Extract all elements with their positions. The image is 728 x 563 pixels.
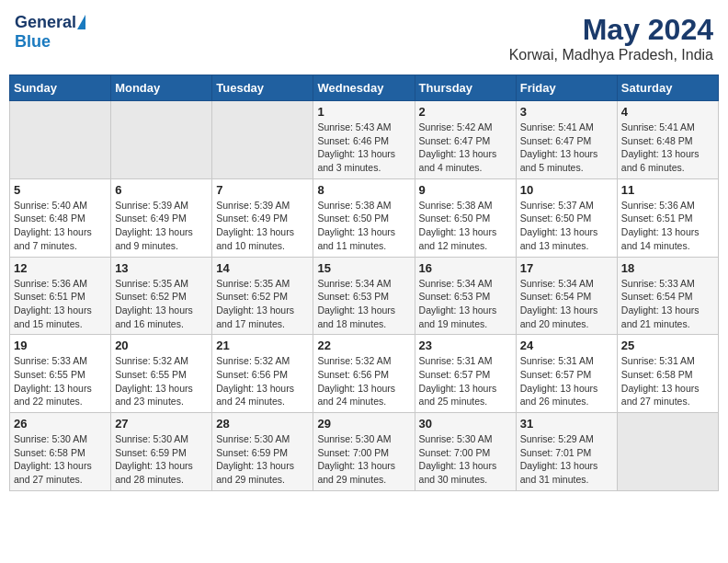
calendar-cell: 6Sunrise: 5:39 AM Sunset: 6:49 PM Daylig… bbox=[111, 178, 212, 257]
day-number: 23 bbox=[419, 339, 512, 352]
calendar-cell bbox=[111, 101, 212, 179]
week-row-4: 19Sunrise: 5:33 AM Sunset: 6:55 PM Dayli… bbox=[10, 335, 719, 413]
calendar-cell: 4Sunrise: 5:41 AM Sunset: 6:48 PM Daylig… bbox=[617, 101, 718, 179]
day-number: 15 bbox=[317, 261, 410, 275]
day-info: Sunrise: 5:30 AM Sunset: 6:58 PM Dayligh… bbox=[14, 432, 107, 487]
day-number: 28 bbox=[216, 417, 309, 431]
day-number: 8 bbox=[317, 183, 410, 197]
calendar-cell: 24Sunrise: 5:31 AM Sunset: 6:57 PM Dayli… bbox=[516, 335, 617, 413]
calendar-cell: 11Sunrise: 5:36 AM Sunset: 6:51 PM Dayli… bbox=[617, 178, 718, 257]
day-info: Sunrise: 5:33 AM Sunset: 6:54 PM Dayligh… bbox=[621, 277, 714, 331]
calendar-cell: 10Sunrise: 5:37 AM Sunset: 6:50 PM Dayli… bbox=[516, 178, 617, 257]
week-row-1: 1Sunrise: 5:43 AM Sunset: 6:46 PM Daylig… bbox=[10, 101, 719, 179]
day-number: 16 bbox=[419, 261, 512, 275]
day-number: 30 bbox=[419, 417, 512, 431]
calendar-cell: 27Sunrise: 5:30 AM Sunset: 6:59 PM Dayli… bbox=[111, 413, 212, 491]
day-info: Sunrise: 5:35 AM Sunset: 6:52 PM Dayligh… bbox=[216, 277, 309, 331]
day-number: 5 bbox=[14, 183, 107, 197]
day-number: 1 bbox=[317, 105, 410, 119]
calendar-table: SundayMondayTuesdayWednesdayThursdayFrid… bbox=[9, 75, 719, 491]
day-header-thursday: Thursday bbox=[415, 75, 516, 101]
day-header-saturday: Saturday bbox=[617, 75, 718, 101]
day-info: Sunrise: 5:31 AM Sunset: 6:57 PM Dayligh… bbox=[520, 354, 613, 408]
logo-triangle-icon bbox=[77, 15, 85, 29]
day-number: 29 bbox=[317, 417, 410, 431]
day-info: Sunrise: 5:36 AM Sunset: 6:51 PM Dayligh… bbox=[14, 277, 107, 331]
day-number: 22 bbox=[317, 339, 410, 352]
calendar-cell: 30Sunrise: 5:30 AM Sunset: 7:00 PM Dayli… bbox=[415, 413, 516, 491]
title-area: May 2024 Korwai, Madhya Pradesh, India bbox=[509, 13, 713, 63]
day-info: Sunrise: 5:32 AM Sunset: 6:56 PM Dayligh… bbox=[216, 354, 309, 408]
day-number: 10 bbox=[520, 183, 613, 197]
day-number: 11 bbox=[621, 183, 714, 197]
day-number: 20 bbox=[115, 339, 208, 352]
day-number: 4 bbox=[621, 105, 714, 119]
day-info: Sunrise: 5:39 AM Sunset: 6:49 PM Dayligh… bbox=[115, 199, 208, 253]
day-info: Sunrise: 5:38 AM Sunset: 6:50 PM Dayligh… bbox=[317, 199, 410, 253]
calendar-cell bbox=[617, 413, 718, 491]
day-info: Sunrise: 5:30 AM Sunset: 6:59 PM Dayligh… bbox=[115, 432, 208, 487]
day-number: 24 bbox=[520, 339, 613, 352]
calendar-cell: 23Sunrise: 5:31 AM Sunset: 6:57 PM Dayli… bbox=[415, 335, 516, 413]
calendar-cell: 20Sunrise: 5:32 AM Sunset: 6:55 PM Dayli… bbox=[111, 335, 212, 413]
day-number: 25 bbox=[621, 339, 714, 352]
calendar-cell: 14Sunrise: 5:35 AM Sunset: 6:52 PM Dayli… bbox=[212, 257, 313, 335]
day-number: 3 bbox=[520, 105, 613, 119]
calendar-cell: 1Sunrise: 5:43 AM Sunset: 6:46 PM Daylig… bbox=[313, 101, 415, 179]
day-info: Sunrise: 5:30 AM Sunset: 7:00 PM Dayligh… bbox=[419, 432, 512, 487]
calendar-cell bbox=[10, 101, 111, 179]
calendar-cell: 17Sunrise: 5:34 AM Sunset: 6:54 PM Dayli… bbox=[516, 257, 617, 335]
calendar-cell: 16Sunrise: 5:34 AM Sunset: 6:53 PM Dayli… bbox=[415, 257, 516, 335]
day-info: Sunrise: 5:34 AM Sunset: 6:54 PM Dayligh… bbox=[520, 277, 613, 331]
calendar-cell: 8Sunrise: 5:38 AM Sunset: 6:50 PM Daylig… bbox=[313, 178, 415, 257]
calendar-cell: 28Sunrise: 5:30 AM Sunset: 6:59 PM Dayli… bbox=[212, 413, 313, 491]
day-info: Sunrise: 5:30 AM Sunset: 6:59 PM Dayligh… bbox=[216, 432, 309, 487]
day-info: Sunrise: 5:36 AM Sunset: 6:51 PM Dayligh… bbox=[621, 199, 714, 253]
week-row-5: 26Sunrise: 5:30 AM Sunset: 6:58 PM Dayli… bbox=[10, 413, 719, 491]
logo-general-text: General bbox=[15, 13, 76, 32]
day-info: Sunrise: 5:41 AM Sunset: 6:47 PM Dayligh… bbox=[520, 121, 613, 175]
day-number: 2 bbox=[419, 105, 512, 119]
day-info: Sunrise: 5:34 AM Sunset: 6:53 PM Dayligh… bbox=[317, 277, 410, 331]
logo-blue-text: Blue bbox=[15, 32, 51, 52]
day-header-tuesday: Tuesday bbox=[212, 75, 313, 101]
week-row-2: 5Sunrise: 5:40 AM Sunset: 6:48 PM Daylig… bbox=[10, 178, 719, 257]
days-header-row: SundayMondayTuesdayWednesdayThursdayFrid… bbox=[10, 75, 719, 101]
day-info: Sunrise: 5:39 AM Sunset: 6:49 PM Dayligh… bbox=[216, 199, 309, 253]
day-number: 14 bbox=[216, 261, 309, 275]
calendar-cell: 15Sunrise: 5:34 AM Sunset: 6:53 PM Dayli… bbox=[313, 257, 415, 335]
day-header-monday: Monday bbox=[111, 75, 212, 101]
calendar-cell: 3Sunrise: 5:41 AM Sunset: 6:47 PM Daylig… bbox=[516, 101, 617, 179]
day-number: 19 bbox=[14, 339, 107, 352]
day-header-wednesday: Wednesday bbox=[313, 75, 415, 101]
week-row-3: 12Sunrise: 5:36 AM Sunset: 6:51 PM Dayli… bbox=[10, 257, 719, 335]
day-info: Sunrise: 5:33 AM Sunset: 6:55 PM Dayligh… bbox=[14, 354, 107, 408]
calendar-cell bbox=[212, 101, 313, 179]
calendar-cell: 26Sunrise: 5:30 AM Sunset: 6:58 PM Dayli… bbox=[10, 413, 111, 491]
day-number: 27 bbox=[115, 417, 208, 431]
day-number: 12 bbox=[14, 261, 107, 275]
location-subtitle: Korwai, Madhya Pradesh, India bbox=[509, 47, 713, 63]
day-number: 6 bbox=[115, 183, 208, 197]
calendar-cell: 13Sunrise: 5:35 AM Sunset: 6:52 PM Dayli… bbox=[111, 257, 212, 335]
day-info: Sunrise: 5:38 AM Sunset: 6:50 PM Dayligh… bbox=[419, 199, 512, 253]
calendar-cell: 25Sunrise: 5:31 AM Sunset: 6:58 PM Dayli… bbox=[617, 335, 718, 413]
day-info: Sunrise: 5:41 AM Sunset: 6:48 PM Dayligh… bbox=[621, 121, 714, 175]
calendar-cell: 5Sunrise: 5:40 AM Sunset: 6:48 PM Daylig… bbox=[10, 178, 111, 257]
day-number: 18 bbox=[621, 261, 714, 275]
day-info: Sunrise: 5:29 AM Sunset: 7:01 PM Dayligh… bbox=[520, 432, 613, 487]
day-number: 9 bbox=[419, 183, 512, 197]
day-info: Sunrise: 5:37 AM Sunset: 6:50 PM Dayligh… bbox=[520, 199, 613, 253]
calendar-cell: 31Sunrise: 5:29 AM Sunset: 7:01 PM Dayli… bbox=[516, 413, 617, 491]
calendar-cell: 21Sunrise: 5:32 AM Sunset: 6:56 PM Dayli… bbox=[212, 335, 313, 413]
calendar-title: May 2024 bbox=[509, 13, 713, 47]
day-info: Sunrise: 5:32 AM Sunset: 6:55 PM Dayligh… bbox=[115, 354, 208, 408]
day-info: Sunrise: 5:30 AM Sunset: 7:00 PM Dayligh… bbox=[317, 432, 410, 487]
day-number: 7 bbox=[216, 183, 309, 197]
day-info: Sunrise: 5:34 AM Sunset: 6:53 PM Dayligh… bbox=[419, 277, 512, 331]
day-info: Sunrise: 5:40 AM Sunset: 6:48 PM Dayligh… bbox=[14, 199, 107, 253]
calendar-cell: 7Sunrise: 5:39 AM Sunset: 6:49 PM Daylig… bbox=[212, 178, 313, 257]
logo: General Blue bbox=[15, 13, 85, 52]
day-info: Sunrise: 5:42 AM Sunset: 6:47 PM Dayligh… bbox=[419, 121, 512, 175]
day-number: 21 bbox=[216, 339, 309, 352]
